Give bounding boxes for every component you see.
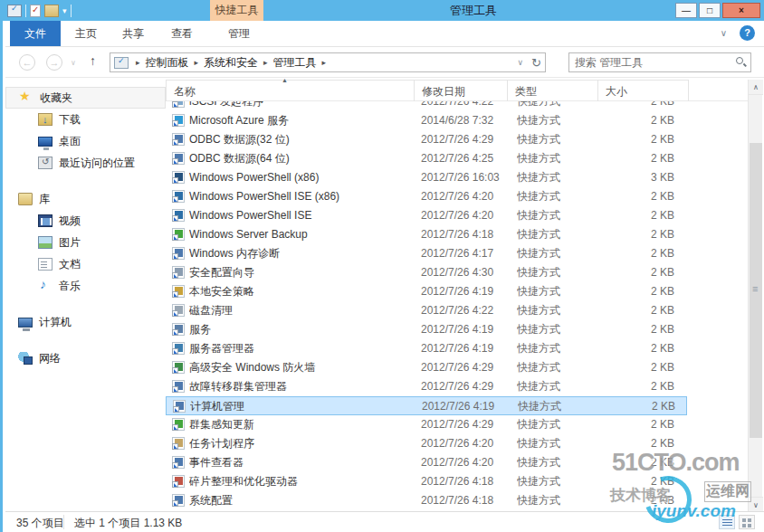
tab-share[interactable]: 共享 bbox=[110, 21, 157, 46]
sidebar-item-favorites-star[interactable]: 收藏夹 bbox=[5, 87, 166, 109]
table-row[interactable]: Windows PowerShell (x86) 2012/7/26 16:03… bbox=[166, 168, 687, 187]
details-view-button[interactable] bbox=[719, 515, 735, 529]
shortcut-file-icon bbox=[172, 361, 185, 374]
table-row[interactable]: 群集感知更新 2012/7/26 4:29 快捷方式 2 KB bbox=[166, 415, 687, 434]
table-row[interactable]: Windows 内存诊断 2012/7/26 4:17 快捷方式 2 KB bbox=[166, 244, 687, 263]
table-row[interactable]: 碎片整理和优化驱动器 2012/7/26 4:18 快捷方式 2 KB bbox=[166, 472, 687, 491]
back-button[interactable]: ← bbox=[19, 54, 35, 71]
sidebar-item-libraries[interactable]: 库 bbox=[5, 188, 166, 210]
recent-locations-chevron-icon[interactable]: ∨ bbox=[71, 59, 76, 67]
shortcut-file-icon bbox=[172, 152, 185, 165]
breadcrumb-separator-icon[interactable]: ▸ bbox=[189, 58, 205, 67]
downloads-icon bbox=[38, 113, 53, 126]
table-row[interactable]: 服务 2012/7/26 4:19 快捷方式 2 KB bbox=[166, 320, 687, 339]
scrollbar-thumb[interactable] bbox=[750, 143, 762, 438]
new-folder-icon[interactable] bbox=[44, 5, 59, 17]
table-row[interactable]: Windows PowerShell ISE (x86) 2012/7/26 4… bbox=[166, 187, 687, 206]
quick-access-toolbar: ▾ bbox=[7, 2, 72, 19]
table-row[interactable]: ODBC 数据源(32 位) 2012/7/26 4:29 快捷方式 2 KB bbox=[166, 130, 687, 149]
sidebar-item-computer[interactable]: 计算机 bbox=[5, 311, 166, 333]
qat-customize-chevron-icon[interactable]: ▾ bbox=[62, 6, 67, 15]
tab-manage[interactable]: 管理 bbox=[213, 21, 265, 46]
sidebar-item-documents[interactable]: 文档 bbox=[5, 253, 166, 275]
breadcrumb-separator-icon[interactable]: ▸ bbox=[317, 58, 332, 67]
forward-button[interactable]: → bbox=[46, 54, 62, 71]
table-row[interactable]: 安全配置向导 2012/7/26 4:30 快捷方式 2 KB bbox=[166, 263, 687, 282]
shortcut-file-icon bbox=[172, 304, 185, 317]
search-input[interactable] bbox=[575, 54, 720, 71]
search-box bbox=[568, 52, 751, 72]
shortcut-file-icon bbox=[172, 228, 185, 241]
table-row[interactable]: ODBC 数据源(64 位) 2012/7/26 4:25 快捷方式 2 KB bbox=[166, 149, 687, 168]
table-row[interactable]: 本地安全策略 2012/7/26 4:19 快捷方式 2 KB bbox=[166, 282, 687, 301]
table-row[interactable]: 服务器管理器 2012/7/26 4:19 快捷方式 2 KB bbox=[166, 339, 687, 358]
tab-file[interactable]: 文件 bbox=[10, 21, 61, 46]
maximize-button[interactable]: □ bbox=[699, 3, 721, 18]
table-row[interactable]: 计算机管理 2012/7/26 4:19 快捷方式 2 KB bbox=[166, 396, 687, 415]
table-row[interactable]: Windows PowerShell ISE 2012/7/26 4:20 快捷… bbox=[166, 206, 687, 225]
sidebar-item-network[interactable]: 网络 bbox=[5, 347, 166, 369]
sidebar-item-videos[interactable]: 视频 bbox=[5, 210, 166, 232]
file-list-body: iSCSI 发起程序 2012/7/26 4:22 快捷方式 2 KB Micr… bbox=[166, 101, 748, 511]
shortcut-file-icon bbox=[172, 342, 185, 355]
shortcut-file-icon bbox=[172, 209, 185, 222]
titlebar: ▾ 快捷工具 管理工具 — □ × bbox=[3, 0, 764, 21]
tab-view[interactable]: 查看 bbox=[158, 21, 205, 46]
column-header-name[interactable]: 名称 bbox=[166, 80, 415, 101]
breadcrumb-separator-icon: ▸ bbox=[130, 58, 146, 67]
table-row[interactable]: iSCSI 发起程序 2012/7/26 4:22 快捷方式 2 KB bbox=[166, 101, 687, 111]
sidebar-item-downloads[interactable]: 下载 bbox=[5, 109, 166, 130]
table-row[interactable]: 事件查看器 2012/7/26 4:20 快捷方式 2 KB bbox=[166, 453, 687, 472]
breadcrumb-system-security[interactable]: 系统和安全 bbox=[204, 55, 258, 71]
address-bar[interactable]: ▸ 控制面板 ▸ 系统和安全 ▸ 管理工具 ▸ ∨ ↻ bbox=[110, 52, 546, 72]
scroll-up-icon[interactable]: ∧ bbox=[749, 80, 763, 95]
sidebar-item-desktop[interactable]: 桌面 bbox=[5, 130, 166, 152]
breadcrumb-separator-icon[interactable]: ▸ bbox=[258, 58, 273, 67]
status-bar: 35 个项目 选中 1 个项目 1.13 KB bbox=[5, 511, 764, 532]
column-header-date[interactable]: 修改日期 bbox=[415, 80, 508, 101]
table-row[interactable]: Microsoft Azure 服务 2014/6/28 7:32 快捷方式 2… bbox=[166, 111, 687, 130]
contextual-tab-shortcut-tools[interactable]: 快捷工具 bbox=[210, 0, 263, 21]
table-row[interactable]: 故障转移群集管理器 2012/7/26 4:29 快捷方式 2 KB bbox=[166, 377, 687, 396]
shortcut-file-icon bbox=[172, 133, 185, 146]
table-row[interactable]: 高级安全 Windows 防火墙 2012/7/26 4:29 快捷方式 2 K… bbox=[166, 358, 687, 377]
desktop-icon bbox=[38, 137, 53, 147]
column-header-size[interactable]: 大小 bbox=[598, 80, 689, 101]
sidebar-item-pictures[interactable]: 图片 bbox=[5, 232, 166, 253]
app-icon bbox=[7, 5, 22, 17]
location-icon bbox=[114, 57, 129, 69]
shortcut-file-icon bbox=[172, 494, 185, 507]
view-switcher bbox=[719, 515, 755, 529]
tab-home[interactable]: 主页 bbox=[62, 21, 110, 46]
scroll-down-icon[interactable]: ∨ bbox=[749, 497, 763, 512]
refresh-icon[interactable]: ↻ bbox=[531, 56, 541, 70]
properties-icon[interactable] bbox=[30, 5, 41, 17]
up-button[interactable]: ↑ bbox=[90, 53, 96, 68]
shortcut-file-icon bbox=[172, 247, 185, 260]
vertical-scrollbar[interactable]: ∧ ∨ bbox=[748, 80, 762, 512]
computer-icon bbox=[18, 318, 33, 328]
column-header-type[interactable]: 类型 bbox=[508, 80, 598, 101]
sidebar-item-music[interactable]: 音乐 bbox=[5, 275, 166, 297]
table-row[interactable]: 系统配置 2012/7/26 4:18 快捷方式 2 KB bbox=[166, 491, 687, 510]
pictures-icon bbox=[38, 236, 53, 249]
table-row[interactable]: 任务计划程序 2012/7/26 4:20 快捷方式 2 KB bbox=[166, 434, 687, 453]
ribbon-collapse-chevron-icon[interactable]: ∨ bbox=[721, 28, 727, 38]
explorer-window: ▾ 快捷工具 管理工具 — □ × 文件 主页 共享 查看 管理 ∨ ? ← →… bbox=[0, 0, 764, 532]
breadcrumb-admin-tools[interactable]: 管理工具 bbox=[273, 55, 317, 71]
address-history-chevron-icon[interactable]: ∨ bbox=[518, 58, 524, 67]
breadcrumb-control-panel[interactable]: 控制面板 bbox=[146, 55, 189, 71]
table-row[interactable]: 磁盘清理 2012/7/26 4:22 快捷方式 2 KB bbox=[166, 301, 687, 320]
navigation-pane: 收藏夹 下载 桌面 最近访问的位置 库 视频 图片 文档 音乐 计算机 网络 bbox=[5, 78, 166, 511]
sidebar-item-recent-places[interactable]: 最近访问的位置 bbox=[5, 152, 166, 174]
icons-view-button[interactable] bbox=[739, 515, 755, 529]
shortcut-file-icon bbox=[172, 475, 185, 488]
network-icon bbox=[18, 352, 33, 365]
help-icon[interactable]: ? bbox=[740, 25, 755, 41]
ribbon-right-controls: ∨ ? bbox=[721, 25, 755, 41]
recent-places-icon bbox=[38, 157, 53, 169]
close-button[interactable]: × bbox=[722, 3, 760, 18]
search-icon[interactable] bbox=[736, 57, 743, 64]
table-row[interactable]: Windows Server Backup 2012/7/26 4:18 快捷方… bbox=[166, 225, 687, 244]
minimize-button[interactable]: — bbox=[675, 3, 697, 18]
